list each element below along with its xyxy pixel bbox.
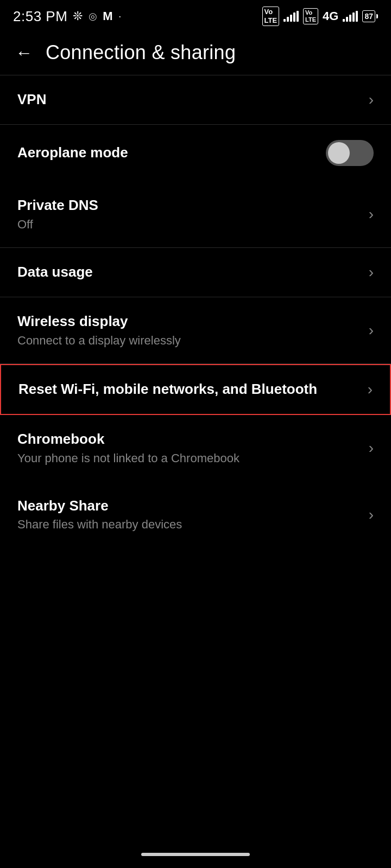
volte-badge-2: VoLTE — [303, 8, 318, 24]
gmail-icon: M — [103, 9, 113, 23]
status-bar: 2:53 PM ❊ ◎ M · VoLTE VoLTE 4G — [0, 0, 391, 30]
nearby-share-content: Nearby Share Share files with nearby dev… — [17, 497, 360, 533]
signal-bars-1 — [283, 11, 299, 22]
chromebook-subtitle: Your phone is not linked to a Chromebook — [17, 451, 360, 467]
nav-home-indicator — [141, 853, 250, 856]
nearby-share-title: Nearby Share — [17, 497, 360, 515]
reset-wifi-chevron: › — [368, 381, 373, 398]
data-usage-chevron: › — [369, 264, 374, 281]
aeroplane-toggle[interactable] — [326, 140, 374, 166]
back-button[interactable]: ← — [15, 44, 33, 61]
vpn-title: VPN — [17, 91, 360, 109]
signal-bars-2 — [343, 11, 358, 22]
settings-item-data-usage[interactable]: Data usage › — [0, 248, 391, 297]
wireless-display-subtitle: Connect to a display wirelessly — [17, 333, 360, 349]
vpn-chevron: › — [369, 91, 374, 108]
page-header: ← Connection & sharing — [0, 30, 391, 75]
wireless-display-chevron: › — [369, 322, 374, 339]
nearby-share-subtitle: Share files with nearby devices — [17, 517, 360, 533]
status-time-area: 2:53 PM ❊ ◎ M · — [13, 8, 122, 25]
settings-item-chromebook[interactable]: Chromebook Your phone is not linked to a… — [0, 415, 391, 481]
settings-item-nearby-share[interactable]: Nearby Share Share files with nearby dev… — [0, 482, 391, 548]
aeroplane-title: Aeroplane mode — [17, 144, 326, 162]
settings-item-reset-wifi[interactable]: Reset Wi-Fi, mobile networks, and Blueto… — [0, 364, 391, 415]
private-dns-content: Private DNS Off — [17, 196, 360, 232]
battery-tip — [376, 14, 378, 18]
time-display: 2:53 PM — [13, 8, 67, 25]
settings-item-private-dns[interactable]: Private DNS Off › — [0, 181, 391, 247]
settings-item-aeroplane[interactable]: Aeroplane mode — [0, 125, 391, 181]
settings-item-vpn[interactable]: VPN › — [0, 75, 391, 124]
volte-badge-1: VoLTE — [262, 7, 280, 25]
wireless-display-title: Wireless display — [17, 312, 360, 331]
circle-icon: ◎ — [89, 10, 98, 22]
chromebook-content: Chromebook Your phone is not linked to a… — [17, 430, 360, 466]
active-icon: ❊ — [73, 9, 83, 23]
data-usage-title: Data usage — [17, 263, 360, 282]
toggle-thumb — [328, 142, 350, 164]
battery-indicator: 87 — [362, 10, 378, 22]
chromebook-chevron: › — [369, 439, 374, 457]
battery-level: 87 — [362, 10, 375, 22]
chromebook-title: Chromebook — [17, 430, 360, 449]
bottom-nav-bar — [0, 841, 391, 868]
nearby-share-chevron: › — [369, 506, 374, 524]
private-dns-title: Private DNS — [17, 196, 360, 215]
settings-item-wireless-display[interactable]: Wireless display Connect to a display wi… — [0, 297, 391, 363]
status-right-area: VoLTE VoLTE 4G 87 — [262, 7, 379, 25]
page-title: Connection & sharing — [46, 41, 236, 64]
reset-wifi-content: Reset Wi-Fi, mobile networks, and Blueto… — [18, 380, 359, 399]
data-usage-content: Data usage — [17, 263, 360, 282]
vpn-content: VPN — [17, 91, 360, 109]
aeroplane-toggle-container — [326, 140, 374, 166]
private-dns-chevron: › — [369, 206, 374, 223]
reset-wifi-title: Reset Wi-Fi, mobile networks, and Blueto… — [18, 380, 359, 399]
network-type: 4G — [323, 9, 338, 23]
wireless-display-content: Wireless display Connect to a display wi… — [17, 312, 360, 348]
aeroplane-content: Aeroplane mode — [17, 144, 326, 162]
private-dns-subtitle: Off — [17, 217, 360, 233]
dot-indicator: · — [118, 11, 122, 22]
